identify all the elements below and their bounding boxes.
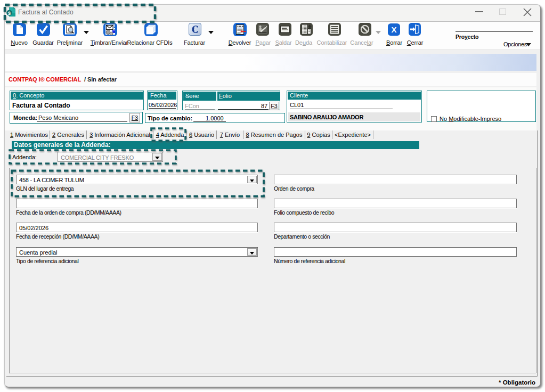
svg-text:X: X xyxy=(391,25,396,34)
svg-text:$: $ xyxy=(8,10,11,16)
